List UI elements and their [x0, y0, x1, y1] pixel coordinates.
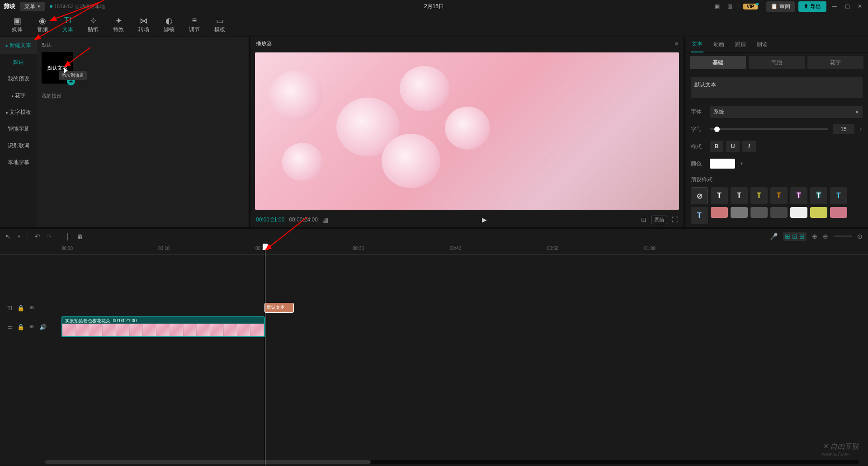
tab-text[interactable]: TI文本 — [56, 14, 80, 35]
font-select[interactable]: 系统⇕ — [710, 106, 863, 118]
cursor-icon[interactable]: ↖ — [5, 233, 11, 240]
lock-icon[interactable]: 🔒 — [17, 324, 24, 330]
style-label: 样式 — [691, 143, 705, 151]
sidebar-item-my-preset[interactable]: 我的预设 — [0, 71, 37, 87]
autosave-status: 15:56:52 自动保存本地 — [50, 3, 105, 10]
preset-7[interactable]: T — [830, 187, 847, 204]
player-menu-icon[interactable]: ≡ — [675, 40, 678, 47]
preset-1[interactable]: T — [711, 187, 728, 204]
mute-icon[interactable]: 🔊 — [39, 324, 47, 330]
sidebar-item-fancy[interactable]: ▸花字 — [0, 87, 37, 104]
delete-icon[interactable]: 🗑 — [77, 233, 83, 240]
preset-b5[interactable] — [790, 207, 807, 218]
time-ruler[interactable]: 00:00 00:10 00:20 00:30 00:40 00:50 01:0… — [0, 244, 868, 255]
minimize-icon[interactable]: — — [830, 3, 839, 9]
split-icon[interactable]: ║ — [66, 233, 71, 240]
tab-template[interactable]: ▭模板 — [208, 14, 231, 35]
preset-5[interactable]: T — [790, 187, 807, 204]
lock-icon[interactable]: 🔒 — [17, 305, 24, 311]
video-track[interactable]: ▭ 🔒 👁 🔊 封面 实景拍摄粉色樱花花朵 00:00:21:00 — [0, 315, 868, 338]
color-picker[interactable] — [710, 159, 735, 169]
sidebar-item-lyrics[interactable]: 识别歌词 — [0, 137, 37, 154]
preset-b4[interactable] — [770, 207, 788, 218]
preset-3[interactable]: T — [750, 187, 768, 204]
tab-audio[interactable]: ◉音频 — [31, 14, 54, 35]
tab-media[interactable]: ▣媒体 — [5, 14, 29, 35]
sidebar-item-local-caption[interactable]: 本地字幕 — [0, 154, 37, 171]
sidebar-item-text-template[interactable]: ▸文字模板 — [0, 104, 37, 121]
sidebar: ▸新建文本 默认 我的预设 ▸花字 ▸文字模板 智能字幕 识别歌词 本地字幕 — [0, 37, 37, 227]
snap-icon-2[interactable]: ⊡ — [792, 233, 797, 240]
preset-b6[interactable] — [810, 207, 827, 218]
video-clip[interactable]: 实景拍摄粉色樱花花朵 00:00:21:00 — [61, 316, 265, 337]
preset-6[interactable]: T — [810, 187, 827, 204]
playhead[interactable] — [265, 244, 265, 466]
transition-icon: ⋈ — [140, 16, 148, 25]
tab-transition[interactable]: ⋈转场 — [132, 14, 156, 35]
prop-tab-read[interactable]: 朗读 — [756, 37, 769, 52]
size-input[interactable]: 15 — [833, 124, 854, 134]
timeline-scrollbar[interactable] — [45, 460, 859, 464]
sub-tab-basic[interactable]: 基础 — [690, 56, 746, 69]
tab-effect[interactable]: ✦特效 — [107, 14, 130, 35]
bold-button[interactable]: B — [710, 141, 723, 152]
sidebar-item-smart-caption[interactable]: 智能字幕 — [0, 121, 37, 137]
frame-icon[interactable]: ⊡ — [641, 216, 646, 223]
sidebar-item-default[interactable]: 默认 — [0, 54, 37, 71]
preset-b7[interactable] — [830, 207, 847, 218]
close-icon[interactable]: ✕ — [855, 3, 864, 9]
snap-icon-1[interactable]: ⊞ — [785, 233, 790, 240]
vip-badge[interactable]: VIP — [743, 4, 758, 9]
layout-icon-1[interactable]: ▣ — [713, 3, 722, 9]
preset-style-label: 预设样式 — [691, 176, 712, 183]
preset-2[interactable]: T — [731, 187, 748, 204]
tab-sticker[interactable]: ✧贴纸 — [81, 14, 105, 35]
fullscreen-icon[interactable]: ⛶ — [672, 216, 678, 223]
preset-b3[interactable] — [750, 207, 768, 218]
underline-button[interactable]: U — [726, 141, 740, 152]
visibility-icon[interactable]: 👁 — [29, 324, 35, 330]
sub-tab-bubble[interactable]: 气泡 — [749, 56, 805, 69]
prop-tab-text[interactable]: 文本 — [691, 37, 703, 52]
zoom-fit-icon[interactable]: ⊙ — [857, 233, 863, 240]
text-track[interactable]: TI 🔒 👁 默认文本 — [0, 300, 868, 315]
ratio-button[interactable]: 原始 — [651, 216, 667, 224]
prop-tab-track[interactable]: 跟踪 — [734, 37, 747, 52]
text-content-input[interactable] — [691, 77, 863, 98]
menu-button[interactable]: 菜单▼ — [20, 2, 45, 11]
play-button[interactable]: ▶ — [482, 216, 487, 223]
preset-b2[interactable] — [731, 207, 748, 218]
snap-icon-3[interactable]: ⊟ — [799, 233, 805, 240]
preset-4[interactable]: T — [770, 187, 788, 204]
visibility-icon[interactable]: 👁 — [29, 305, 35, 311]
video-track-icon: ▭ — [7, 324, 13, 330]
maximize-icon[interactable]: ▢ — [843, 3, 852, 9]
preset-8[interactable]: T — [691, 207, 708, 224]
preset-b1[interactable] — [711, 207, 728, 218]
sidebar-item-new-text[interactable]: ▸新建文本 — [0, 37, 37, 54]
undo-icon[interactable]: ↶ — [35, 233, 40, 240]
prop-tab-anim[interactable]: 动画 — [712, 37, 725, 52]
timeline[interactable]: 00:00 00:10 00:20 00:30 00:40 00:50 01:0… — [0, 244, 868, 466]
italic-button[interactable]: I — [742, 141, 756, 152]
sub-tab-fancy[interactable]: 花字 — [807, 56, 863, 69]
size-slider[interactable] — [710, 128, 828, 130]
tab-adjust[interactable]: ≡调节 — [183, 14, 206, 35]
mic-icon[interactable]: 🎤 — [770, 233, 778, 240]
player-controls: 00:00:21:00 00:00:24:00 ▦ ▶ ⊡ 原始 ⛶ — [250, 212, 684, 227]
preset-none[interactable]: ⊘ — [691, 187, 708, 204]
zoom-out-icon[interactable]: ⊖ — [823, 233, 828, 240]
redo-icon[interactable]: ↷ — [47, 233, 52, 240]
cursor-dropdown-icon[interactable]: ▼ — [17, 235, 21, 239]
review-button[interactable]: 📋 审阅 — [766, 1, 795, 12]
current-time: 00:00:21:00 — [256, 217, 284, 223]
tooltip: 添加到轨道 — [59, 71, 87, 80]
player-viewport[interactable] — [250, 50, 684, 212]
audio-icon: ◉ — [39, 16, 46, 25]
layout-icon-2[interactable]: ▥ — [726, 3, 735, 9]
grid-icon[interactable]: ▦ — [322, 216, 328, 223]
export-button[interactable]: ⬆ 导出 — [798, 1, 826, 12]
link-icon[interactable]: ⊕ — [812, 233, 817, 240]
tab-filter[interactable]: ◐滤镜 — [157, 14, 181, 35]
text-clip[interactable]: 默认文本 — [264, 303, 294, 313]
